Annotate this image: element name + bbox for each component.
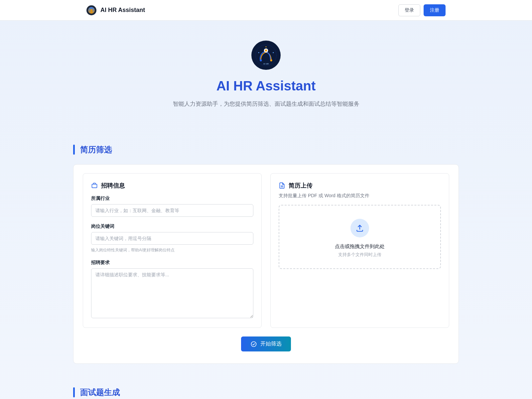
file-dropzone[interactable]: 点击或拖拽文件到此处 支持多个文件同时上传: [279, 205, 441, 269]
header-right: 登录 注册: [398, 4, 446, 16]
keywords-label: 岗位关键词: [91, 223, 253, 229]
keywords-help-text: 输入岗位特性关键词，帮助AI更好理解岗位特点: [91, 247, 253, 253]
recruit-info-panel: 招聘信息 所属行业 岗位关键词 输入岗位特性关键词，帮助AI更好理解岗位特点 招…: [83, 173, 262, 328]
svg-rect-10: [92, 184, 97, 188]
hero-subtitle: 智能人力资源助手，为您提供简历筛选、面试题生成和面试总结等智能服务: [73, 100, 459, 108]
svg-point-7: [273, 52, 274, 53]
app-title: AI HR Assistant: [100, 7, 145, 14]
section-title-interview-questions: 面试题生成: [73, 387, 459, 398]
start-screening-label: 开始筛选: [260, 340, 282, 347]
briefcase-icon: [91, 182, 98, 189]
resume-upload-subtitle: 支持批量上传 PDF 或 Word 格式的简历文件: [279, 193, 441, 199]
document-icon: [279, 182, 285, 189]
dropzone-subtitle: 支持多个文件同时上传: [286, 252, 434, 258]
resume-screening-card: 招聘信息 所属行业 岗位关键词 输入岗位特性关键词，帮助AI更好理解岗位特点 招…: [73, 164, 459, 364]
recruit-info-heading: 招聘信息: [91, 182, 253, 190]
section-title-bar: [73, 145, 75, 155]
resume-upload-title: 简历上传: [289, 182, 313, 190]
industry-label: 所属行业: [91, 196, 253, 201]
requirements-label: 招聘要求: [91, 260, 253, 266]
dropzone-title: 点击或拖拽文件到此处: [286, 243, 434, 250]
industry-field-group: 所属行业: [91, 196, 253, 217]
resume-upload-heading: 简历上传: [279, 182, 441, 190]
svg-point-3: [265, 50, 267, 52]
section-title-bar: [73, 387, 75, 397]
svg-point-8: [265, 46, 266, 47]
header-left: AI HR Assistant: [86, 5, 145, 15]
hero-logo-icon: AI HR: [251, 41, 281, 70]
upload-icon: [350, 219, 369, 237]
resume-upload-panel: 简历上传 支持批量上传 PDF 或 Word 格式的简历文件 点击或拖拽文件到此…: [270, 173, 449, 328]
recruit-info-title: 招聘信息: [101, 182, 125, 190]
app-header: AI HR Assistant 登录 注册: [0, 0, 532, 21]
requirements-textarea[interactable]: [91, 268, 253, 318]
login-button[interactable]: 登录: [398, 4, 420, 16]
keywords-field-group: 岗位关键词 输入岗位特性关键词，帮助AI更好理解岗位特点: [91, 223, 253, 253]
hero: AI HR AI HR Assistant 智能人力资源助手，为您提供简历筛选、…: [73, 34, 459, 121]
svg-point-4: [260, 59, 262, 61]
svg-point-11: [251, 341, 256, 346]
svg-point-6: [258, 52, 259, 53]
register-button[interactable]: 注册: [424, 4, 446, 16]
check-circle-icon: [250, 341, 257, 347]
app-logo-icon: [86, 5, 96, 15]
industry-input[interactable]: [91, 204, 253, 217]
section-title-text: 简历筛选: [80, 144, 112, 155]
section-title-text: 面试题生成: [80, 387, 120, 398]
main-content: AI HR AI HR Assistant 智能人力资源助手，为您提供简历筛选、…: [0, 21, 532, 399]
hero-title: AI HR Assistant: [73, 78, 459, 93]
svg-text:AI HR: AI HR: [263, 63, 269, 65]
action-row: 开始筛选: [83, 336, 449, 351]
keywords-input[interactable]: [91, 232, 253, 245]
start-screening-button[interactable]: 开始筛选: [241, 336, 291, 351]
requirements-field-group: 招聘要求: [91, 260, 253, 320]
svg-point-5: [270, 59, 272, 61]
section-title-resume-screening: 简历筛选: [73, 144, 459, 155]
